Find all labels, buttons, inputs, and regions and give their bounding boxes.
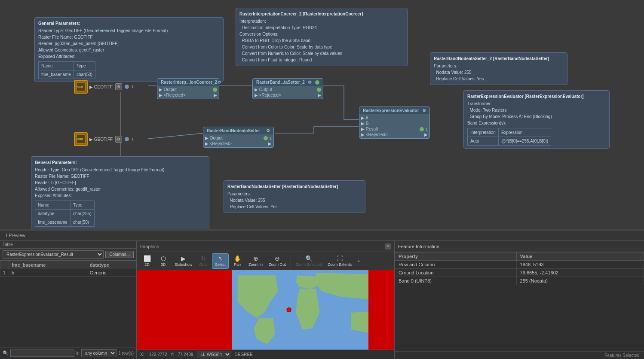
btn-slideshow[interactable]: ▶ Slideshow bbox=[172, 253, 195, 269]
feature-panel: Feature Information Property Value Row a… bbox=[395, 241, 644, 359]
feature-col-value: Value bbox=[516, 253, 644, 261]
features-selected-label: Features Selected: bbox=[604, 353, 641, 358]
map-area bbox=[137, 270, 394, 350]
btn-zoom-selected[interactable]: 🔍 Zoom Selected bbox=[293, 253, 325, 269]
search-column-select[interactable]: any column bbox=[81, 349, 117, 357]
btn-select[interactable]: ↖ Select bbox=[212, 253, 229, 269]
panel-resize-handle[interactable] bbox=[0, 229, 644, 231]
geotiff1-node[interactable]: GEO ▶ GEOTIFF ⚙ 1 bbox=[74, 80, 134, 94]
feature-val-ground-loc: 79.6655, -2.41602 bbox=[516, 269, 644, 277]
panel-content: Table RasterExpressionEvaluator_Result C… bbox=[0, 241, 644, 359]
raster-band-nodata2-tooltip: RasterBandNodeataSetter_2 [RasterBandNod… bbox=[430, 52, 567, 85]
geotiff2-icon: GEO bbox=[74, 132, 88, 146]
search-in-label: in bbox=[76, 351, 80, 356]
preview-tab[interactable]: I Preview bbox=[3, 232, 28, 239]
btn-more[interactable]: » bbox=[355, 253, 362, 269]
coords-bar: X: -122.2772 Y: 77.2409 LL-WGS84 DEGREE bbox=[137, 350, 394, 359]
geotiff2-node[interactable]: GEO ▶ GEOTIFF ⚙ 1 bbox=[74, 132, 134, 146]
raster-band-setter2-gear[interactable]: ⚙ bbox=[308, 80, 312, 85]
raster-band-setter-title: RasterBandNodeataSetter ⚙ bbox=[203, 127, 273, 134]
raster-interp-title: RasterInterp...ionCoercer_2 ⚙ bbox=[157, 79, 219, 86]
col-header-fme-basename: fme_basename bbox=[9, 261, 87, 269]
feature-footer: Features Selected: bbox=[395, 351, 644, 359]
search-input[interactable] bbox=[10, 350, 74, 357]
feature-val-band0: 255 (Nodata) bbox=[516, 277, 644, 285]
raster-expr-eval-node[interactable]: RasterExpressionEvaluator ⚙ ▶ A ▶ B ▶ Re… bbox=[359, 106, 430, 139]
raster-band-setter2-node[interactable]: RasterBand...taSetter_2 ⚙ ▶ Output ▶ <Re… bbox=[252, 78, 323, 99]
feature-header: Feature Information bbox=[395, 241, 644, 252]
raster-band-setter-node[interactable]: RasterBandNodeataSetter ⚙ ▶ Output 1 ▶ <… bbox=[203, 127, 274, 148]
search-bar: 🔍 in any column 1 row(s) bbox=[0, 347, 136, 359]
btn-orbit[interactable]: ↻ Orbit bbox=[196, 253, 211, 269]
graphics-title: Graphics bbox=[140, 244, 159, 249]
raster-expr-eval-gear[interactable]: ⚙ bbox=[422, 108, 426, 113]
btn-zoom-in[interactable]: ⊕ Zoom In bbox=[246, 253, 265, 269]
raster-band-setter2-title: RasterBand...taSetter_2 ⚙ bbox=[253, 79, 323, 86]
btn-2d[interactable]: ⬜ 2D bbox=[139, 253, 155, 269]
columns-button[interactable]: Columns... bbox=[105, 251, 134, 258]
geotiff1-label: ▶ GEOTIFF bbox=[89, 85, 113, 89]
geotiff1-icon: GEO bbox=[74, 80, 88, 94]
search-icon: 🔍 bbox=[3, 350, 9, 356]
table-header: RasterExpressionEvaluator_Result Columns… bbox=[0, 249, 136, 261]
svg-text:GEO: GEO bbox=[77, 85, 83, 88]
geotiff2-gear[interactable]: ⚙ bbox=[115, 136, 122, 143]
col-header-datatype: datatype bbox=[87, 261, 136, 269]
table-row: 1 b Generic bbox=[0, 269, 136, 277]
graphics-header: Graphics ✕ bbox=[137, 241, 394, 252]
y-label: Y: bbox=[171, 352, 175, 357]
feature-col-property: Property bbox=[395, 253, 517, 261]
table-dropdown[interactable]: RasterExpressionEvaluator_Result bbox=[3, 250, 104, 259]
btn-zoom-out[interactable]: ⊖ Zoom Out bbox=[266, 253, 288, 269]
feature-prop-row-col: Row and Column bbox=[395, 261, 517, 269]
feature-prop-band0: Band 0 (UINT8) bbox=[395, 277, 517, 285]
row-count: 1 row(s) bbox=[118, 351, 134, 356]
unit-label: DEGREE bbox=[235, 352, 253, 357]
y-value: 77.2409 bbox=[178, 352, 193, 357]
btn-3d[interactable]: ⬡ 3D bbox=[156, 253, 171, 269]
row-num: 1 bbox=[0, 269, 9, 277]
raster-expr-eval-tooltip: RasterExpressionEvaluator [RasterExpress… bbox=[463, 90, 610, 149]
raster-band-nodata1-tooltip: RasterBandNodeataSetter [RasterBandNodea… bbox=[224, 180, 365, 213]
raster-interp-gear[interactable]: ⚙ bbox=[217, 80, 221, 85]
btn-zoom-extents[interactable]: ⛶ Zoom Extents bbox=[325, 253, 355, 269]
graphics-toolbar: ⬜ 2D ⬡ 3D ▶ Slideshow ↻ Orbit ↖ Select bbox=[137, 252, 394, 270]
geotiff2-label: ▶ GEOTIFF bbox=[89, 137, 113, 142]
table-container: fme_basename datatype 1 b Generic bbox=[0, 261, 136, 277]
canvas-area: General Parameters: Reader Type: GeoTIFF… bbox=[0, 0, 644, 230]
feature-prop-ground-loc: Ground Location bbox=[395, 269, 517, 277]
geotiff2-tooltip: General Parameters: Reader Type: GeoTIFF… bbox=[31, 156, 209, 230]
data-table: fme_basename datatype 1 b Generic bbox=[0, 261, 136, 277]
geotiff2-port-out bbox=[125, 137, 129, 141]
toolbar-sep bbox=[291, 255, 291, 268]
feature-row-row-column: Row and Column 1848, 5193 bbox=[395, 261, 644, 269]
graphics-panel: Graphics ✕ ⬜ 2D ⬡ 3D ▶ Slideshow bbox=[137, 241, 395, 359]
col-header-rownum bbox=[0, 261, 9, 269]
btn-pan[interactable]: ✋ Pan bbox=[230, 253, 245, 269]
graphics-close-btn[interactable]: ✕ bbox=[385, 243, 391, 249]
cell-datatype: Generic bbox=[87, 269, 136, 277]
feature-info-title: Feature Information bbox=[398, 244, 439, 249]
table-section-label: Table bbox=[0, 241, 136, 249]
geotiff1-gear[interactable]: ⚙ bbox=[115, 83, 122, 90]
raster-interp-node[interactable]: RasterInterp...ionCoercer_2 ⚙ ▶ Output ▶… bbox=[157, 78, 219, 99]
feature-table: Property Value Row and Column 1848, 5193… bbox=[395, 252, 644, 285]
bottom-panel: I Preview Table RasterExpressionEvaluato… bbox=[0, 230, 644, 359]
geotiff1-tooltip: General Parameters: Reader Type: GeoTIFF… bbox=[34, 17, 224, 82]
cell-fme-basename: b bbox=[9, 269, 87, 277]
table-panel: Table RasterExpressionEvaluator_Result C… bbox=[0, 241, 137, 359]
geotiff1-port-out bbox=[125, 85, 129, 89]
crs-select[interactable]: LL-WGS84 bbox=[197, 351, 231, 358]
feature-row-ground-loc: Ground Location 79.6655, -2.41602 bbox=[395, 269, 644, 277]
x-value: -122.2772 bbox=[147, 352, 167, 357]
feature-row-band0: Band 0 (UINT8) 255 (Nodata) bbox=[395, 277, 644, 285]
x-label: X: bbox=[140, 352, 144, 357]
raster-expr-eval-title: RasterExpressionEvaluator ⚙ bbox=[359, 107, 429, 114]
svg-text:GEO: GEO bbox=[77, 138, 83, 140]
feature-val-row-col: 1848, 5193 bbox=[516, 261, 644, 269]
svg-point-5 bbox=[287, 308, 291, 312]
raster-interp-tooltip: RasterInterpretationCoercer_2 [RasterInt… bbox=[236, 8, 408, 66]
raster-band-setter-gear[interactable]: ⚙ bbox=[266, 128, 270, 133]
